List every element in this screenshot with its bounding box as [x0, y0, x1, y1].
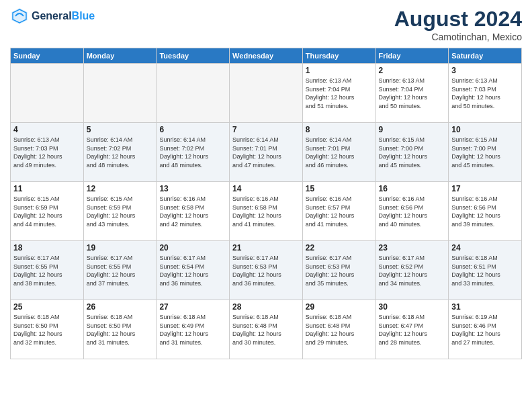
weekday-header-row: SundayMondayTuesdayWednesdayThursdayFrid… — [11, 48, 522, 64]
calendar-subtitle: Camotinchan, Mexico — [394, 32, 522, 42]
week-row-1: 1Sunrise: 6:13 AM Sunset: 7:04 PM Daylig… — [11, 64, 522, 123]
logo-icon — [10, 7, 29, 26]
cell-day-number: 19 — [87, 243, 154, 253]
week-row-4: 18Sunrise: 6:17 AM Sunset: 6:55 PM Dayli… — [11, 241, 522, 300]
cell-info-text: Sunrise: 6:18 AM Sunset: 6:50 PM Dayligh… — [87, 313, 154, 347]
calendar-cell: 8Sunrise: 6:14 AM Sunset: 7:01 PM Daylig… — [302, 123, 375, 182]
cell-day-number: 27 — [159, 302, 226, 312]
logo: GeneralBlue — [10, 7, 95, 26]
calendar-title: August 2024 — [394, 7, 522, 32]
cell-day-number: 21 — [232, 243, 300, 253]
cell-info-text: Sunrise: 6:19 AM Sunset: 6:46 PM Dayligh… — [451, 313, 519, 347]
cell-info-text: Sunrise: 6:14 AM Sunset: 7:02 PM Dayligh… — [159, 136, 226, 169]
cell-info-text: Sunrise: 6:15 AM Sunset: 7:00 PM Dayligh… — [451, 136, 519, 169]
weekday-header-wednesday: Wednesday — [230, 48, 303, 64]
cell-info-text: Sunrise: 6:15 AM Sunset: 6:59 PM Dayligh… — [87, 195, 154, 228]
cell-day-number: 13 — [159, 184, 226, 193]
cell-day-number: 4 — [13, 125, 81, 134]
cell-info-text: Sunrise: 6:18 AM Sunset: 6:48 PM Dayligh… — [306, 313, 373, 347]
calendar-cell: 3Sunrise: 6:13 AM Sunset: 7:03 PM Daylig… — [449, 64, 522, 123]
cell-info-text: Sunrise: 6:16 AM Sunset: 6:58 PM Dayligh… — [159, 195, 226, 228]
cell-info-text: Sunrise: 6:14 AM Sunset: 7:01 PM Dayligh… — [232, 136, 300, 169]
calendar-cell: 17Sunrise: 6:16 AM Sunset: 6:56 PM Dayli… — [449, 182, 522, 241]
calendar-cell: 9Sunrise: 6:15 AM Sunset: 7:00 PM Daylig… — [375, 123, 449, 182]
cell-day-number: 1 — [306, 66, 373, 75]
cell-day-number: 24 — [451, 243, 519, 253]
cell-info-text: Sunrise: 6:16 AM Sunset: 6:57 PM Dayligh… — [306, 195, 373, 228]
cell-day-number: 23 — [379, 243, 446, 253]
calendar-cell: 26Sunrise: 6:18 AM Sunset: 6:50 PM Dayli… — [83, 300, 157, 359]
week-row-5: 25Sunrise: 6:18 AM Sunset: 6:50 PM Dayli… — [11, 300, 522, 359]
cell-info-text: Sunrise: 6:16 AM Sunset: 6:58 PM Dayligh… — [232, 195, 300, 228]
cell-info-text: Sunrise: 6:17 AM Sunset: 6:52 PM Dayligh… — [379, 254, 446, 287]
cell-info-text: Sunrise: 6:16 AM Sunset: 6:56 PM Dayligh… — [451, 195, 519, 228]
svg-marker-0 — [11, 8, 28, 24]
cell-info-text: Sunrise: 6:15 AM Sunset: 7:00 PM Dayligh… — [379, 136, 446, 169]
calendar-cell: 30Sunrise: 6:18 AM Sunset: 6:47 PM Dayli… — [375, 300, 449, 359]
calendar-cell: 7Sunrise: 6:14 AM Sunset: 7:01 PM Daylig… — [230, 123, 303, 182]
cell-info-text: Sunrise: 6:14 AM Sunset: 7:02 PM Dayligh… — [87, 136, 154, 169]
calendar-cell: 1Sunrise: 6:13 AM Sunset: 7:04 PM Daylig… — [302, 64, 375, 123]
calendar-cell: 27Sunrise: 6:18 AM Sunset: 6:49 PM Dayli… — [157, 300, 230, 359]
cell-info-text: Sunrise: 6:18 AM Sunset: 6:50 PM Dayligh… — [13, 313, 81, 347]
cell-info-text: Sunrise: 6:18 AM Sunset: 6:49 PM Dayligh… — [159, 313, 226, 347]
calendar-cell: 28Sunrise: 6:18 AM Sunset: 6:48 PM Dayli… — [230, 300, 303, 359]
calendar-cell: 2Sunrise: 6:13 AM Sunset: 7:04 PM Daylig… — [375, 64, 449, 123]
weekday-header-friday: Friday — [375, 48, 449, 64]
cell-day-number: 2 — [379, 66, 446, 75]
cell-day-number: 22 — [306, 243, 373, 253]
calendar-cell: 22Sunrise: 6:17 AM Sunset: 6:53 PM Dayli… — [302, 241, 375, 300]
cell-day-number: 5 — [87, 125, 154, 134]
calendar-cell: 5Sunrise: 6:14 AM Sunset: 7:02 PM Daylig… — [83, 123, 157, 182]
cell-info-text: Sunrise: 6:17 AM Sunset: 6:55 PM Dayligh… — [13, 254, 81, 287]
title-block: August 2024 Camotinchan, Mexico — [394, 7, 522, 42]
cell-info-text: Sunrise: 6:13 AM Sunset: 7:03 PM Dayligh… — [451, 77, 519, 110]
calendar-cell: 31Sunrise: 6:19 AM Sunset: 6:46 PM Dayli… — [449, 300, 522, 359]
cell-info-text: Sunrise: 6:18 AM Sunset: 6:51 PM Dayligh… — [451, 254, 519, 287]
calendar-cell — [157, 64, 230, 123]
cell-day-number: 10 — [451, 125, 519, 134]
cell-day-number: 26 — [87, 302, 154, 312]
cell-day-number: 3 — [451, 66, 519, 75]
weekday-header-thursday: Thursday — [302, 48, 375, 64]
calendar-cell: 12Sunrise: 6:15 AM Sunset: 6:59 PM Dayli… — [83, 182, 157, 241]
cell-info-text: Sunrise: 6:17 AM Sunset: 6:54 PM Dayligh… — [159, 254, 226, 287]
cell-info-text: Sunrise: 6:15 AM Sunset: 6:59 PM Dayligh… — [13, 195, 81, 228]
calendar-cell: 25Sunrise: 6:18 AM Sunset: 6:50 PM Dayli… — [11, 300, 84, 359]
cell-info-text: Sunrise: 6:13 AM Sunset: 7:03 PM Dayligh… — [13, 136, 81, 169]
weekday-header-saturday: Saturday — [449, 48, 522, 64]
cell-day-number: 25 — [13, 302, 81, 312]
cell-day-number: 29 — [306, 302, 373, 312]
cell-info-text: Sunrise: 6:16 AM Sunset: 6:56 PM Dayligh… — [379, 195, 446, 228]
calendar-cell: 29Sunrise: 6:18 AM Sunset: 6:48 PM Dayli… — [302, 300, 375, 359]
calendar-cell: 16Sunrise: 6:16 AM Sunset: 6:56 PM Dayli… — [375, 182, 449, 241]
cell-info-text: Sunrise: 6:18 AM Sunset: 6:47 PM Dayligh… — [379, 313, 446, 347]
week-row-3: 11Sunrise: 6:15 AM Sunset: 6:59 PM Dayli… — [11, 182, 522, 241]
calendar-cell: 21Sunrise: 6:17 AM Sunset: 6:53 PM Dayli… — [230, 241, 303, 300]
cell-day-number: 15 — [306, 184, 373, 193]
calendar-cell: 18Sunrise: 6:17 AM Sunset: 6:55 PM Dayli… — [11, 241, 84, 300]
cell-day-number: 14 — [232, 184, 300, 193]
cell-day-number: 30 — [379, 302, 446, 312]
calendar-cell: 15Sunrise: 6:16 AM Sunset: 6:57 PM Dayli… — [302, 182, 375, 241]
weekday-header-monday: Monday — [83, 48, 157, 64]
calendar-header: GeneralBlue August 2024 Camotinchan, Mex… — [10, 7, 522, 42]
cell-day-number: 17 — [451, 184, 519, 193]
calendar-table: SundayMondayTuesdayWednesdayThursdayFrid… — [10, 48, 522, 359]
cell-info-text: Sunrise: 6:18 AM Sunset: 6:48 PM Dayligh… — [232, 313, 300, 347]
calendar-cell — [83, 64, 157, 123]
calendar-cell: 6Sunrise: 6:14 AM Sunset: 7:02 PM Daylig… — [157, 123, 230, 182]
calendar-cell: 14Sunrise: 6:16 AM Sunset: 6:58 PM Dayli… — [230, 182, 303, 241]
calendar-cell: 19Sunrise: 6:17 AM Sunset: 6:55 PM Dayli… — [83, 241, 157, 300]
cell-day-number: 11 — [13, 184, 81, 193]
calendar-cell — [11, 64, 84, 123]
cell-info-text: Sunrise: 6:13 AM Sunset: 7:04 PM Dayligh… — [306, 77, 373, 110]
week-row-2: 4Sunrise: 6:13 AM Sunset: 7:03 PM Daylig… — [11, 123, 522, 182]
calendar-cell: 24Sunrise: 6:18 AM Sunset: 6:51 PM Dayli… — [449, 241, 522, 300]
calendar-cell — [230, 64, 303, 123]
cell-day-number: 6 — [159, 125, 226, 134]
weekday-header-tuesday: Tuesday — [157, 48, 230, 64]
logo-name: GeneralBlue — [32, 10, 95, 22]
calendar-cell: 23Sunrise: 6:17 AM Sunset: 6:52 PM Dayli… — [375, 241, 449, 300]
cell-day-number: 9 — [379, 125, 446, 134]
